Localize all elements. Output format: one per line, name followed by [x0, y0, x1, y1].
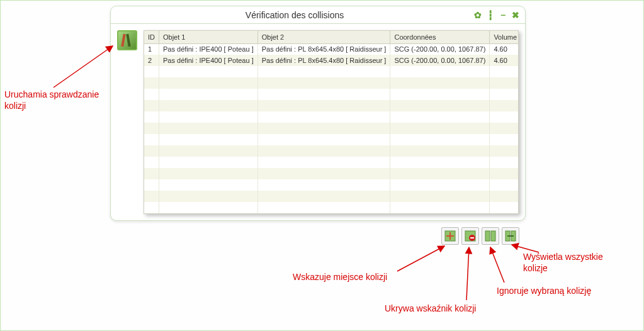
table-row-empty: [144, 66, 519, 77]
table-row-empty: [144, 145, 519, 157]
titlebar-controls: ✿ ┇ − ✖: [473, 10, 520, 20]
label-hide: Ukrywa wskaźnik kolizji: [385, 303, 476, 314]
hide-indicator-icon: [465, 230, 476, 242]
svg-rect-5: [491, 231, 495, 241]
label-ignore: Ignoruje wybraną kolizję: [497, 285, 591, 296]
ignore-collision-button[interactable]: [482, 227, 499, 245]
cell-id: 1: [144, 43, 159, 55]
cell-obj1: Pas défini : IPE400 [ Poteau ]: [159, 55, 258, 66]
svg-line-9: [397, 246, 444, 271]
gear-icon[interactable]: ✿: [473, 10, 482, 20]
hide-indicator-button[interactable]: [461, 227, 479, 245]
svg-line-8: [54, 46, 113, 87]
minimize-icon[interactable]: −: [499, 10, 507, 20]
close-icon[interactable]: ✖: [511, 10, 520, 20]
cell-vol: 4.60: [490, 43, 519, 55]
table-row-empty: [144, 89, 519, 100]
cell-obj1: Pas défini : IPE400 [ Poteau ]: [159, 43, 258, 55]
indicate-collision-icon: [444, 230, 456, 242]
cell-obj2: Pas défini : PL 8x645.4x80 [ Raidisseur …: [257, 55, 390, 66]
svg-rect-3: [470, 237, 474, 238]
table-row[interactable]: 2 Pas défini : IPE400 [ Poteau ] Pas déf…: [144, 55, 519, 66]
run-collision-check-button[interactable]: [117, 30, 137, 50]
table-body: 1 Pas défini : IPE400 [ Poteau ] Pas déf…: [144, 43, 519, 213]
label-run: Uruchamia sprawdzanie kolizji: [4, 89, 105, 111]
cell-vol: 4.60: [490, 55, 519, 66]
table-row-empty: [144, 100, 519, 111]
col-header-id[interactable]: ID: [144, 31, 159, 43]
col-header-coord[interactable]: Coordonnées: [390, 31, 490, 43]
show-all-collisions-button[interactable]: [502, 227, 519, 245]
cell-coord: SCG (-200.00, 0.00, 1067.87): [390, 55, 490, 66]
window-title: Vérification des collisions: [116, 10, 473, 20]
table-row[interactable]: 1 Pas défini : IPE400 [ Poteau ] Pas déf…: [144, 43, 519, 55]
cell-obj2: Pas défini : PL 8x645.4x80 [ Raidisseur …: [257, 43, 390, 55]
label-showall: Wyświetla wszystkie kolizje: [523, 251, 624, 274]
collision-table-wrap: ID Objet 1 Objet 2 Coordonnées Volume 1 …: [144, 30, 519, 214]
indicate-collision-button[interactable]: [441, 227, 459, 245]
table-row-empty: [144, 111, 519, 123]
collision-check-panel: Vérification des collisions ✿ ┇ − ✖ ID O…: [110, 6, 526, 221]
panel-content: ID Objet 1 Objet 2 Coordonnées Volume 1 …: [111, 24, 525, 220]
table-row-empty: [144, 134, 519, 145]
col-header-obj1[interactable]: Objet 1: [159, 31, 258, 43]
ignore-collision-icon: [485, 230, 496, 242]
footer-buttons: [441, 227, 636, 331]
table-row-empty: [144, 168, 519, 179]
table-row-empty: [144, 179, 519, 191]
label-indicate: Wskazuje miejsce kolizji: [293, 271, 387, 283]
show-all-collisions-icon: [505, 230, 516, 242]
collision-table: ID Objet 1 Objet 2 Coordonnées Volume 1 …: [144, 31, 519, 213]
table-row-empty: [144, 123, 519, 134]
titlebar: Vérification des collisions ✿ ┇ − ✖: [111, 6, 525, 24]
cell-coord: SCG (-200.00, 0.00, 1067.87): [390, 43, 490, 55]
col-header-vol[interactable]: Volume: [490, 31, 519, 43]
col-header-obj2[interactable]: Objet 2: [257, 31, 390, 43]
svg-rect-4: [485, 231, 490, 241]
cell-id: 2: [144, 55, 159, 66]
table-row-empty: [144, 191, 519, 202]
table-row-empty: [144, 157, 519, 168]
table-row-empty: [144, 77, 519, 89]
table-row-empty: [144, 202, 519, 213]
pin-icon[interactable]: ┇: [486, 10, 495, 20]
